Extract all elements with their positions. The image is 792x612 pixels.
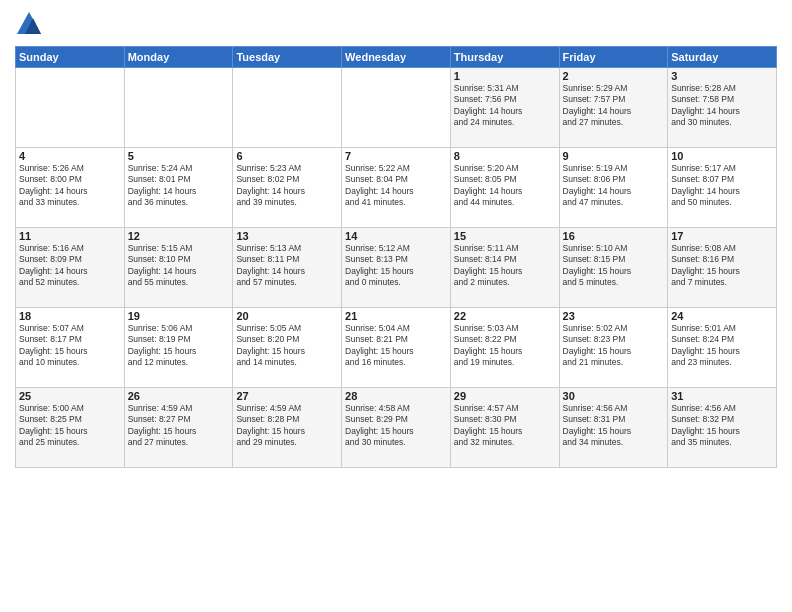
day-number: 9 [563, 150, 665, 162]
day-info: Sunrise: 5:00 AMSunset: 8:25 PMDaylight:… [19, 403, 121, 449]
header-day-friday: Friday [559, 47, 668, 68]
calendar-cell: 6Sunrise: 5:23 AMSunset: 8:02 PMDaylight… [233, 148, 342, 228]
day-number: 30 [563, 390, 665, 402]
day-info: Sunrise: 5:13 AMSunset: 8:11 PMDaylight:… [236, 243, 338, 289]
logo [15, 10, 47, 38]
day-number: 31 [671, 390, 773, 402]
calendar-cell [124, 68, 233, 148]
day-info: Sunrise: 4:56 AMSunset: 8:32 PMDaylight:… [671, 403, 773, 449]
day-info: Sunrise: 5:24 AMSunset: 8:01 PMDaylight:… [128, 163, 230, 209]
calendar-cell: 28Sunrise: 4:58 AMSunset: 8:29 PMDayligh… [342, 388, 451, 468]
calendar-cell: 30Sunrise: 4:56 AMSunset: 8:31 PMDayligh… [559, 388, 668, 468]
header [15, 10, 777, 38]
page: SundayMondayTuesdayWednesdayThursdayFrid… [0, 0, 792, 612]
day-info: Sunrise: 5:15 AMSunset: 8:10 PMDaylight:… [128, 243, 230, 289]
day-number: 26 [128, 390, 230, 402]
calendar-cell: 12Sunrise: 5:15 AMSunset: 8:10 PMDayligh… [124, 228, 233, 308]
day-number: 8 [454, 150, 556, 162]
calendar-table: SundayMondayTuesdayWednesdayThursdayFrid… [15, 46, 777, 468]
header-day-monday: Monday [124, 47, 233, 68]
day-info: Sunrise: 5:16 AMSunset: 8:09 PMDaylight:… [19, 243, 121, 289]
header-day-tuesday: Tuesday [233, 47, 342, 68]
header-day-saturday: Saturday [668, 47, 777, 68]
day-number: 1 [454, 70, 556, 82]
week-row-2: 4Sunrise: 5:26 AMSunset: 8:00 PMDaylight… [16, 148, 777, 228]
day-number: 19 [128, 310, 230, 322]
week-row-5: 25Sunrise: 5:00 AMSunset: 8:25 PMDayligh… [16, 388, 777, 468]
calendar-cell: 13Sunrise: 5:13 AMSunset: 8:11 PMDayligh… [233, 228, 342, 308]
day-info: Sunrise: 5:04 AMSunset: 8:21 PMDaylight:… [345, 323, 447, 369]
day-info: Sunrise: 5:28 AMSunset: 7:58 PMDaylight:… [671, 83, 773, 129]
day-number: 2 [563, 70, 665, 82]
day-info: Sunrise: 5:08 AMSunset: 8:16 PMDaylight:… [671, 243, 773, 289]
calendar-cell: 16Sunrise: 5:10 AMSunset: 8:15 PMDayligh… [559, 228, 668, 308]
calendar-body: 1Sunrise: 5:31 AMSunset: 7:56 PMDaylight… [16, 68, 777, 468]
day-number: 4 [19, 150, 121, 162]
header-day-thursday: Thursday [450, 47, 559, 68]
day-number: 18 [19, 310, 121, 322]
calendar-cell: 2Sunrise: 5:29 AMSunset: 7:57 PMDaylight… [559, 68, 668, 148]
day-info: Sunrise: 5:02 AMSunset: 8:23 PMDaylight:… [563, 323, 665, 369]
day-number: 10 [671, 150, 773, 162]
calendar-cell: 19Sunrise: 5:06 AMSunset: 8:19 PMDayligh… [124, 308, 233, 388]
day-info: Sunrise: 5:31 AMSunset: 7:56 PMDaylight:… [454, 83, 556, 129]
day-info: Sunrise: 5:03 AMSunset: 8:22 PMDaylight:… [454, 323, 556, 369]
day-number: 22 [454, 310, 556, 322]
day-number: 20 [236, 310, 338, 322]
day-number: 25 [19, 390, 121, 402]
calendar-cell: 4Sunrise: 5:26 AMSunset: 8:00 PMDaylight… [16, 148, 125, 228]
day-info: Sunrise: 5:01 AMSunset: 8:24 PMDaylight:… [671, 323, 773, 369]
calendar-cell: 8Sunrise: 5:20 AMSunset: 8:05 PMDaylight… [450, 148, 559, 228]
day-info: Sunrise: 4:59 AMSunset: 8:27 PMDaylight:… [128, 403, 230, 449]
day-info: Sunrise: 5:19 AMSunset: 8:06 PMDaylight:… [563, 163, 665, 209]
calendar-cell: 23Sunrise: 5:02 AMSunset: 8:23 PMDayligh… [559, 308, 668, 388]
day-info: Sunrise: 5:10 AMSunset: 8:15 PMDaylight:… [563, 243, 665, 289]
calendar-cell: 10Sunrise: 5:17 AMSunset: 8:07 PMDayligh… [668, 148, 777, 228]
calendar-header: SundayMondayTuesdayWednesdayThursdayFrid… [16, 47, 777, 68]
day-number: 24 [671, 310, 773, 322]
calendar-cell: 7Sunrise: 5:22 AMSunset: 8:04 PMDaylight… [342, 148, 451, 228]
day-number: 29 [454, 390, 556, 402]
day-info: Sunrise: 5:11 AMSunset: 8:14 PMDaylight:… [454, 243, 556, 289]
day-number: 23 [563, 310, 665, 322]
day-number: 27 [236, 390, 338, 402]
day-info: Sunrise: 5:06 AMSunset: 8:19 PMDaylight:… [128, 323, 230, 369]
calendar-cell: 26Sunrise: 4:59 AMSunset: 8:27 PMDayligh… [124, 388, 233, 468]
day-info: Sunrise: 5:12 AMSunset: 8:13 PMDaylight:… [345, 243, 447, 289]
day-info: Sunrise: 5:22 AMSunset: 8:04 PMDaylight:… [345, 163, 447, 209]
day-number: 15 [454, 230, 556, 242]
day-number: 5 [128, 150, 230, 162]
day-number: 3 [671, 70, 773, 82]
day-info: Sunrise: 5:17 AMSunset: 8:07 PMDaylight:… [671, 163, 773, 209]
logo-icon [15, 10, 43, 38]
calendar-cell: 9Sunrise: 5:19 AMSunset: 8:06 PMDaylight… [559, 148, 668, 228]
week-row-4: 18Sunrise: 5:07 AMSunset: 8:17 PMDayligh… [16, 308, 777, 388]
day-info: Sunrise: 4:56 AMSunset: 8:31 PMDaylight:… [563, 403, 665, 449]
day-info: Sunrise: 4:58 AMSunset: 8:29 PMDaylight:… [345, 403, 447, 449]
calendar-cell: 14Sunrise: 5:12 AMSunset: 8:13 PMDayligh… [342, 228, 451, 308]
calendar-cell: 25Sunrise: 5:00 AMSunset: 8:25 PMDayligh… [16, 388, 125, 468]
day-number: 13 [236, 230, 338, 242]
calendar-cell: 3Sunrise: 5:28 AMSunset: 7:58 PMDaylight… [668, 68, 777, 148]
day-info: Sunrise: 5:23 AMSunset: 8:02 PMDaylight:… [236, 163, 338, 209]
day-info: Sunrise: 4:57 AMSunset: 8:30 PMDaylight:… [454, 403, 556, 449]
day-info: Sunrise: 5:29 AMSunset: 7:57 PMDaylight:… [563, 83, 665, 129]
calendar-cell [16, 68, 125, 148]
day-number: 6 [236, 150, 338, 162]
day-number: 7 [345, 150, 447, 162]
calendar-cell: 27Sunrise: 4:59 AMSunset: 8:28 PMDayligh… [233, 388, 342, 468]
day-info: Sunrise: 5:20 AMSunset: 8:05 PMDaylight:… [454, 163, 556, 209]
week-row-3: 11Sunrise: 5:16 AMSunset: 8:09 PMDayligh… [16, 228, 777, 308]
day-number: 28 [345, 390, 447, 402]
calendar-cell: 5Sunrise: 5:24 AMSunset: 8:01 PMDaylight… [124, 148, 233, 228]
header-day-sunday: Sunday [16, 47, 125, 68]
day-number: 17 [671, 230, 773, 242]
calendar-cell: 15Sunrise: 5:11 AMSunset: 8:14 PMDayligh… [450, 228, 559, 308]
header-row: SundayMondayTuesdayWednesdayThursdayFrid… [16, 47, 777, 68]
calendar-cell [233, 68, 342, 148]
calendar-cell: 31Sunrise: 4:56 AMSunset: 8:32 PMDayligh… [668, 388, 777, 468]
calendar-cell: 18Sunrise: 5:07 AMSunset: 8:17 PMDayligh… [16, 308, 125, 388]
calendar-cell: 17Sunrise: 5:08 AMSunset: 8:16 PMDayligh… [668, 228, 777, 308]
calendar-cell: 20Sunrise: 5:05 AMSunset: 8:20 PMDayligh… [233, 308, 342, 388]
header-day-wednesday: Wednesday [342, 47, 451, 68]
